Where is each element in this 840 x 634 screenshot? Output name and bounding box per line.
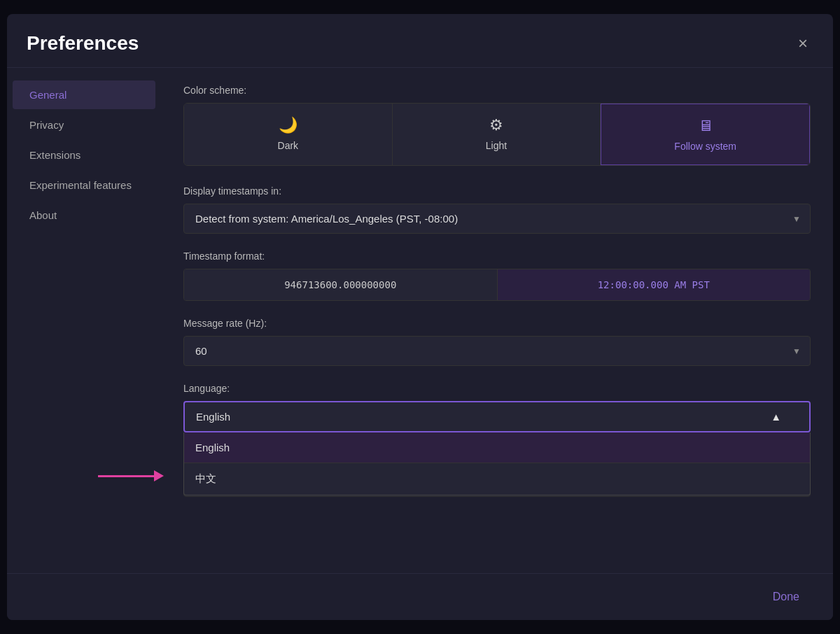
sidebar-item-privacy[interactable]: Privacy — [13, 111, 155, 139]
language-container: English ▲ English 中文 — [183, 401, 811, 432]
ts-unix-button[interactable]: 946713600.000000000 — [184, 269, 498, 300]
timestamp-format-label: Timestamp format: — [183, 251, 811, 262]
sun-icon: ⚙ — [489, 116, 503, 134]
sidebar-item-about[interactable]: About — [13, 201, 155, 230]
scheme-follow-button[interactable]: 🖥 Follow system — [601, 104, 810, 165]
color-scheme-options: 🌙 Dark ⚙ Light 🖥 Follow system — [183, 103, 811, 166]
monitor-icon: 🖥 — [698, 117, 713, 135]
language-option-chinese[interactable]: 中文 — [184, 463, 810, 495]
scheme-dark-label: Dark — [278, 140, 299, 151]
sidebar-item-experimental[interactable]: Experimental features — [13, 171, 155, 199]
language-option-english[interactable]: English — [184, 432, 810, 463]
message-rate-label: Message rate (Hz): — [183, 318, 811, 329]
scheme-light-button[interactable]: ⚙ Light — [393, 104, 601, 165]
dialog-footer: Done — [7, 573, 833, 620]
chinese-label: 中文 — [195, 472, 216, 484]
main-content: Color scheme: 🌙 Dark ⚙ Light 🖥 Follow sy… — [161, 68, 833, 573]
dialog-body: General Privacy Extensions Experimental … — [7, 68, 833, 573]
timezone-select[interactable]: Detect from system: America/Los_Angeles … — [183, 204, 811, 234]
scheme-follow-label: Follow system — [674, 141, 736, 152]
preferences-dialog: Preferences × General Privacy Extensions… — [7, 14, 833, 620]
timezone-select-wrapper: Detect from system: America/Los_Angeles … — [183, 204, 811, 234]
moon-icon: 🌙 — [279, 116, 298, 134]
language-current-value: English — [196, 411, 230, 423]
message-rate-group: Message rate (Hz): 60 ▼ — [183, 318, 811, 366]
sidebar-item-extensions[interactable]: Extensions — [13, 141, 155, 169]
close-button[interactable]: × — [792, 31, 813, 56]
message-rate-select[interactable]: 60 — [183, 336, 811, 366]
language-dropdown: English 中文 — [183, 432, 811, 495]
scheme-light-label: Light — [486, 140, 507, 151]
language-group: Language: English ▲ English 中文 — [183, 383, 811, 432]
dialog-header: Preferences × — [7, 14, 833, 68]
display-timestamps-label: Display timestamps in: — [183, 185, 811, 197]
sidebar: General Privacy Extensions Experimental … — [7, 68, 161, 573]
color-scheme-label: Color scheme: — [183, 85, 811, 96]
chevron-up-icon: ▲ — [771, 411, 781, 423]
done-button[interactable]: Done — [762, 585, 811, 609]
scheme-dark-button[interactable]: 🌙 Dark — [184, 104, 393, 165]
ts-human-button[interactable]: 12:00:00.000 AM PST — [498, 269, 811, 300]
color-scheme-group: Color scheme: 🌙 Dark ⚙ Light 🖥 Follow sy… — [183, 85, 811, 166]
arrow-indicator — [98, 470, 164, 481]
sidebar-item-general[interactable]: General — [13, 80, 155, 109]
language-select-box[interactable]: English ▲ — [183, 401, 811, 432]
timestamp-format-options: 946713600.000000000 12:00:00.000 AM PST — [183, 269, 811, 301]
timestamp-format-group: Timestamp format: 946713600.000000000 12… — [183, 251, 811, 301]
display-timestamps-group: Display timestamps in: Detect from syste… — [183, 185, 811, 234]
language-label: Language: — [183, 383, 811, 394]
dialog-title: Preferences — [27, 32, 139, 55]
message-rate-select-wrapper: 60 ▼ — [183, 336, 811, 366]
english-label: English — [195, 442, 230, 453]
ts-unix-value: 946713600.000000000 — [284, 279, 396, 290]
ts-human-value: 12:00:00.000 AM PST — [598, 279, 710, 290]
